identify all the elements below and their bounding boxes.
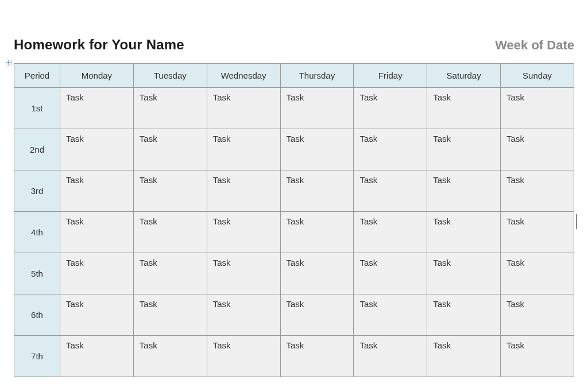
task-cell[interactable]: Task xyxy=(280,88,354,129)
col-thursday[interactable]: Thursday xyxy=(280,64,354,88)
task-cell[interactable]: Task xyxy=(133,170,207,212)
task-cell[interactable]: Task xyxy=(354,294,427,336)
table-row: 7thTaskTaskTaskTaskTaskTaskTask xyxy=(14,336,574,377)
task-cell[interactable]: Task xyxy=(427,170,501,212)
task-cell[interactable]: Task xyxy=(280,170,354,212)
task-cell[interactable]: Task xyxy=(427,253,501,294)
task-cell[interactable]: Task xyxy=(427,212,501,253)
table-row: 2ndTaskTaskTaskTaskTaskTaskTask xyxy=(14,129,574,170)
task-cell[interactable]: Task xyxy=(60,253,134,294)
task-cell[interactable]: Task xyxy=(133,212,207,253)
task-cell[interactable]: Task xyxy=(354,336,427,377)
period-cell[interactable]: 1st xyxy=(14,88,60,129)
task-cell[interactable]: Task xyxy=(280,336,354,377)
task-cell[interactable]: Task xyxy=(427,294,501,336)
task-cell[interactable]: Task xyxy=(280,212,354,253)
col-period[interactable]: Period xyxy=(14,64,60,88)
table-row: 1stTaskTaskTaskTaskTaskTaskTask xyxy=(14,88,574,129)
task-cell[interactable]: Task xyxy=(354,212,427,253)
task-cell[interactable]: Task xyxy=(501,170,574,212)
task-cell[interactable]: Task xyxy=(354,129,427,170)
period-cell[interactable]: 3rd xyxy=(14,170,60,212)
task-cell[interactable]: Task xyxy=(501,88,574,129)
col-monday[interactable]: Monday xyxy=(60,64,134,88)
task-cell[interactable]: Task xyxy=(207,170,280,212)
task-cell[interactable]: Task xyxy=(207,253,280,294)
task-cell[interactable]: Task xyxy=(501,212,574,253)
col-tuesday[interactable]: Tuesday xyxy=(133,64,207,88)
task-cell[interactable]: Task xyxy=(354,88,427,129)
document-page: Homework for Your Name Week of Date Peri… xyxy=(0,0,588,377)
page-title[interactable]: Homework for Your Name xyxy=(14,37,184,53)
task-cell[interactable]: Task xyxy=(427,336,501,377)
task-cell[interactable]: Task xyxy=(60,88,134,129)
task-cell[interactable]: Task xyxy=(60,170,134,212)
task-cell[interactable]: Task xyxy=(60,129,134,170)
col-wednesday[interactable]: Wednesday xyxy=(207,64,280,88)
task-cell[interactable]: Task xyxy=(133,253,207,294)
task-cell[interactable]: Task xyxy=(60,294,134,336)
col-friday[interactable]: Friday xyxy=(354,64,427,88)
period-cell[interactable]: 4th xyxy=(14,212,60,253)
task-cell[interactable]: Task xyxy=(427,129,501,170)
table-row: 3rdTaskTaskTaskTaskTaskTaskTask xyxy=(14,170,574,212)
period-cell[interactable]: 5th xyxy=(14,253,60,294)
task-cell[interactable]: Task xyxy=(207,88,280,129)
table-wrapper: Period Monday Tuesday Wednesday Thursday… xyxy=(14,63,574,377)
col-sunday[interactable]: Sunday xyxy=(501,64,574,88)
task-cell[interactable]: Task xyxy=(60,336,134,377)
table-row: 5thTaskTaskTaskTaskTaskTaskTask xyxy=(14,253,574,294)
col-saturday[interactable]: Saturday xyxy=(427,64,501,88)
task-cell[interactable]: Task xyxy=(354,253,427,294)
task-cell[interactable]: Task xyxy=(354,170,427,212)
task-cell[interactable]: Task xyxy=(133,88,207,129)
table-header-row: Period Monday Tuesday Wednesday Thursday… xyxy=(14,64,574,88)
task-cell[interactable]: Task xyxy=(207,129,280,170)
task-cell[interactable]: Task xyxy=(207,294,280,336)
task-cell[interactable]: Task xyxy=(501,129,574,170)
text-cursor-icon xyxy=(577,214,577,229)
period-cell[interactable]: 6th xyxy=(14,294,60,336)
task-cell[interactable]: Task xyxy=(501,253,574,294)
period-cell[interactable]: 2nd xyxy=(14,129,60,170)
task-cell[interactable]: Task xyxy=(133,129,207,170)
table-move-handle-icon[interactable] xyxy=(6,60,11,65)
week-label[interactable]: Week of Date xyxy=(495,38,574,53)
task-cell[interactable]: Task xyxy=(133,294,207,336)
period-cell[interactable]: 7th xyxy=(14,336,60,377)
task-cell[interactable]: Task xyxy=(280,253,354,294)
table-row: 4thTaskTaskTaskTaskTaskTaskTask xyxy=(14,212,574,253)
task-cell[interactable]: Task xyxy=(207,336,280,377)
task-cell[interactable]: Task xyxy=(207,212,280,253)
task-cell[interactable]: Task xyxy=(501,336,574,377)
task-cell[interactable]: Task xyxy=(501,294,574,336)
task-cell[interactable]: Task xyxy=(427,88,501,129)
task-cell[interactable]: Task xyxy=(60,212,134,253)
table-row: 6thTaskTaskTaskTaskTaskTaskTask xyxy=(14,294,574,336)
homework-table[interactable]: Period Monday Tuesday Wednesday Thursday… xyxy=(14,63,574,377)
header: Homework for Your Name Week of Date xyxy=(14,37,574,53)
task-cell[interactable]: Task xyxy=(280,129,354,170)
task-cell[interactable]: Task xyxy=(133,336,207,377)
task-cell[interactable]: Task xyxy=(280,294,354,336)
